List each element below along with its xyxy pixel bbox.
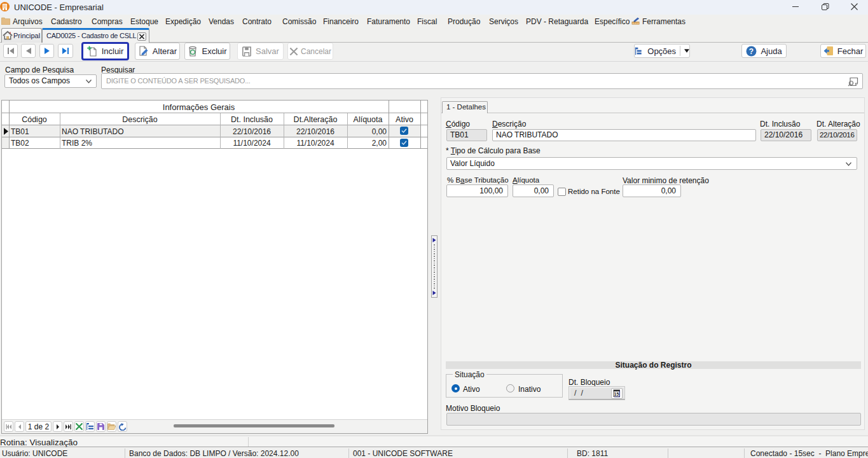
svg-text:15: 15	[614, 392, 619, 396]
svg-text:?: ?	[749, 47, 754, 56]
